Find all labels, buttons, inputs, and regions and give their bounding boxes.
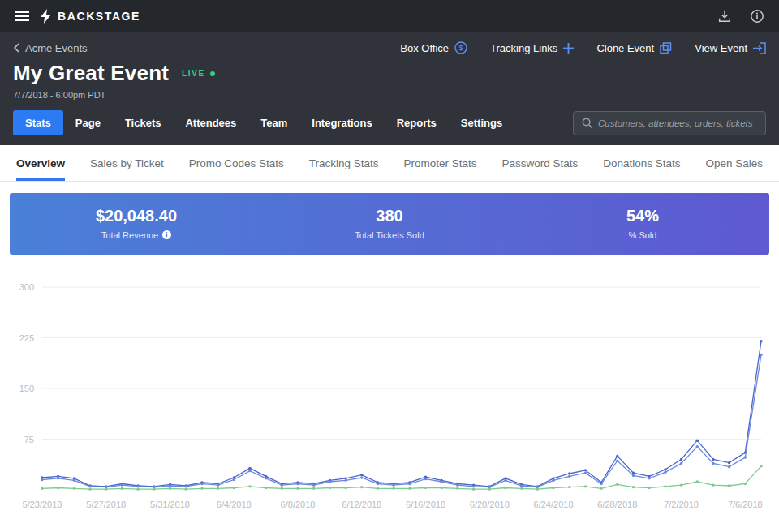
subnav-item-promoter-stats[interactable]: Promoter Stats bbox=[403, 145, 476, 181]
hamburger-menu-icon[interactable] bbox=[15, 11, 29, 22]
dollar-circle-icon: $ bbox=[454, 41, 467, 54]
svg-text:6/12/2018: 6/12/2018 bbox=[342, 500, 381, 509]
box-office-button[interactable]: Box Office $ bbox=[400, 41, 467, 54]
bolt-icon bbox=[41, 9, 51, 24]
brand-name: BACKSTAGE bbox=[58, 10, 140, 23]
view-event-button[interactable]: View Event bbox=[695, 42, 766, 54]
tab-integrations[interactable]: Integrations bbox=[299, 110, 384, 135]
header-actions: Box Office $ Tracking Links Clone Event … bbox=[400, 41, 766, 54]
status-badge: LIVE bbox=[182, 69, 215, 78]
global-search[interactable] bbox=[573, 111, 766, 135]
tab-reports[interactable]: Reports bbox=[385, 110, 449, 135]
search-input[interactable] bbox=[598, 118, 757, 128]
subnav-item-password-stats[interactable]: Password Stats bbox=[501, 145, 578, 181]
primary-tabs: Stats Page Tickets Attendees Team Integr… bbox=[13, 110, 766, 145]
stat-total-tickets-sold: 380 Total Tickets Sold bbox=[263, 207, 516, 242]
download-icon[interactable] bbox=[717, 9, 732, 24]
event-header: Acme Events Box Office $ Tracking Links … bbox=[0, 32, 779, 145]
svg-text:6/4/2018: 6/4/2018 bbox=[217, 500, 252, 509]
clone-event-button[interactable]: Clone Event bbox=[596, 42, 672, 54]
brand-logo: BACKSTAGE bbox=[41, 9, 140, 24]
svg-text:150: 150 bbox=[19, 384, 34, 393]
svg-text:6/20/2018: 6/20/2018 bbox=[470, 500, 510, 509]
stat-label: Total Revenue bbox=[101, 230, 158, 240]
action-label: Box Office bbox=[400, 42, 449, 54]
svg-text:300: 300 bbox=[19, 282, 34, 292]
svg-text:6/24/2018: 6/24/2018 bbox=[534, 500, 574, 509]
action-label: Clone Event bbox=[596, 42, 654, 54]
svg-text:75: 75 bbox=[24, 435, 34, 444]
enter-icon bbox=[753, 42, 766, 54]
svg-text:5/31/2018: 5/31/2018 bbox=[150, 500, 190, 509]
tab-page[interactable]: Page bbox=[63, 110, 113, 135]
stat-percent-sold: 54% % Sold bbox=[516, 207, 769, 242]
svg-text:7/6/2018: 7/6/2018 bbox=[728, 500, 763, 509]
svg-text:6/28/2018: 6/28/2018 bbox=[597, 500, 637, 509]
stat-label: Total Tickets Sold bbox=[355, 230, 424, 240]
tab-settings[interactable]: Settings bbox=[449, 110, 514, 135]
clone-icon bbox=[660, 42, 672, 54]
breadcrumb[interactable]: Acme Events bbox=[13, 42, 88, 54]
tab-attendees[interactable]: Attendees bbox=[173, 110, 248, 135]
stat-value: $20,048.40 bbox=[10, 207, 263, 225]
subnav-item-sales-by-ticket[interactable]: Sales by Ticket bbox=[90, 145, 164, 181]
live-dot-icon bbox=[210, 71, 215, 76]
tab-stats[interactable]: Stats bbox=[13, 110, 63, 135]
top-app-bar: BACKSTAGE bbox=[0, 0, 779, 32]
page-title: My Great Event bbox=[13, 61, 169, 86]
stat-label: % Sold bbox=[629, 230, 657, 240]
line-chart-svg: 751502253005/23/20185/27/20185/31/20186/… bbox=[0, 266, 779, 522]
stats-subnav: Overview Sales by Ticket Promo Codes Sta… bbox=[0, 145, 779, 182]
info-icon[interactable] bbox=[750, 9, 764, 24]
status-label: LIVE bbox=[182, 69, 205, 78]
svg-text:5/23/2018: 5/23/2018 bbox=[23, 500, 62, 509]
subnav-item-promo-codes-stats[interactable]: Promo Codes Stats bbox=[189, 145, 284, 181]
tab-tickets[interactable]: Tickets bbox=[113, 110, 174, 135]
subnav-item-open-sales[interactable]: Open Sales bbox=[705, 145, 763, 181]
svg-text:7/2/2018: 7/2/2018 bbox=[664, 500, 699, 509]
action-label: Tracking Links bbox=[490, 42, 557, 54]
stat-total-revenue: $20,048.40 Total Revenue bbox=[10, 207, 263, 242]
breadcrumb-label: Acme Events bbox=[25, 42, 88, 54]
tracking-links-button[interactable]: Tracking Links bbox=[490, 42, 574, 54]
chevron-left-icon bbox=[13, 43, 19, 53]
sales-over-time-chart: 751502253005/23/20185/27/20185/31/20186/… bbox=[0, 266, 779, 522]
svg-text:5/27/2018: 5/27/2018 bbox=[86, 500, 126, 509]
svg-text:$: $ bbox=[459, 44, 463, 52]
svg-text:6/16/2018: 6/16/2018 bbox=[406, 500, 445, 509]
tab-team[interactable]: Team bbox=[248, 110, 299, 135]
svg-text:225: 225 bbox=[19, 333, 34, 343]
stat-value: 380 bbox=[263, 207, 516, 225]
event-datetime: 7/7/2018 - 6:00pm PDT bbox=[13, 90, 766, 100]
action-label: View Event bbox=[695, 42, 747, 54]
plus-icon bbox=[563, 43, 574, 54]
summary-stats-banner: $20,048.40 Total Revenue 380 Total Ticke… bbox=[10, 193, 769, 255]
subnav-item-donations-stats[interactable]: Donations Stats bbox=[603, 145, 680, 181]
stat-value: 54% bbox=[516, 207, 769, 225]
subnav-item-overview[interactable]: Overview bbox=[16, 145, 65, 181]
search-icon bbox=[582, 118, 592, 128]
subnav-item-tracking-stats[interactable]: Tracking Stats bbox=[309, 145, 379, 181]
info-icon[interactable] bbox=[162, 230, 171, 239]
svg-text:6/8/2018: 6/8/2018 bbox=[281, 500, 316, 509]
